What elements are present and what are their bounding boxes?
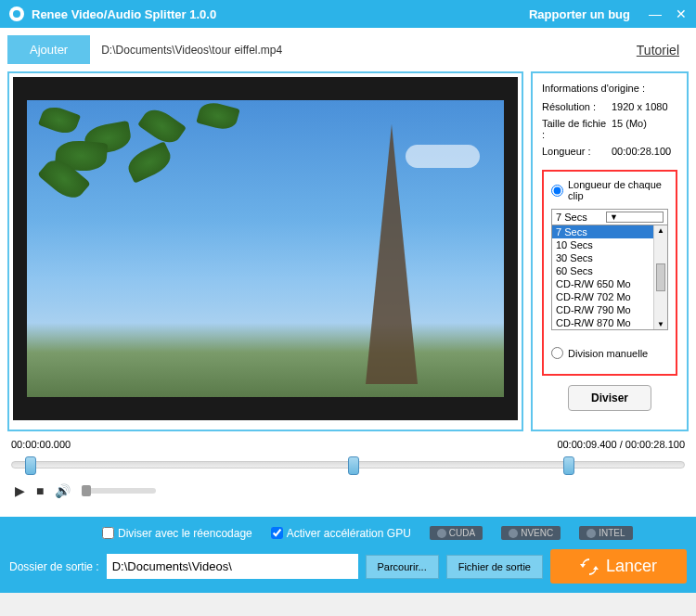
time-start: 00:00:00.000 bbox=[11, 439, 71, 450]
intel-badge: INTEL bbox=[579, 526, 632, 540]
nvenc-badge: NVENC bbox=[501, 526, 561, 540]
stop-button[interactable]: ■ bbox=[36, 483, 44, 498]
scroll-up-icon[interactable]: ▲ bbox=[656, 225, 665, 236]
clip-length-label: Longueur de chaque clip bbox=[568, 179, 668, 201]
dropdown-selected: 7 Secs bbox=[556, 212, 606, 223]
add-button[interactable]: Ajouter bbox=[7, 35, 90, 64]
dropdown-scrollbar[interactable]: ▲ ▼ bbox=[653, 225, 667, 329]
dropdown-option[interactable]: 10 Secs bbox=[552, 238, 667, 251]
reencode-checkbox-label[interactable]: Diviser avec le réencodage bbox=[102, 527, 252, 540]
refresh-icon bbox=[580, 558, 599, 576]
dropdown-option[interactable]: 7 Secs bbox=[552, 225, 667, 238]
dropdown-option[interactable]: CD-R/W 790 Mo bbox=[552, 303, 667, 316]
slider-handle-mid[interactable] bbox=[348, 456, 359, 475]
dropdown-option[interactable]: CD-R/W 870 Mo bbox=[552, 316, 667, 329]
clip-length-radio[interactable] bbox=[551, 185, 563, 197]
volume-thumb[interactable] bbox=[82, 485, 91, 496]
bottom-bar: Diviser avec le réencodage Activer accél… bbox=[0, 517, 696, 593]
launch-button[interactable]: Lancer bbox=[550, 549, 687, 584]
dropdown-list: 7 Secs 10 Secs 30 Secs 60 Secs CD-R/W 65… bbox=[552, 225, 667, 329]
manual-split-radio[interactable] bbox=[551, 347, 563, 359]
video-preview[interactable] bbox=[27, 100, 504, 397]
timeline: 00:00:00.000 00:00:09.400 / 00:00:28.100… bbox=[7, 431, 689, 509]
filesize-value: 15 (Mo) bbox=[612, 118, 677, 140]
output-file-button[interactable]: Fichier de sortie bbox=[446, 555, 543, 579]
length-value: 00:00:28.100 bbox=[612, 146, 677, 157]
filesize-label: Taille de fichie : bbox=[542, 118, 612, 140]
svg-point-0 bbox=[13, 10, 20, 18]
chevron-down-icon[interactable]: ▼ bbox=[606, 212, 664, 223]
timeline-slider[interactable] bbox=[11, 461, 685, 468]
scroll-down-icon[interactable]: ▼ bbox=[656, 319, 665, 329]
resolution-value: 1920 x 1080 bbox=[612, 101, 677, 112]
time-position: 00:00:09.400 / 00:00:28.100 bbox=[557, 439, 685, 450]
play-button[interactable]: ▶ bbox=[15, 483, 25, 498]
output-label: Dossier de sortie : bbox=[9, 560, 99, 573]
slider-handle-start[interactable] bbox=[25, 456, 36, 475]
clip-length-dropdown[interactable]: 7 Secs ▼ 7 Secs 10 Secs 30 Secs 60 Secs … bbox=[551, 209, 668, 330]
resolution-label: Résolution : bbox=[542, 101, 612, 112]
video-frame bbox=[13, 77, 518, 420]
gpu-checkbox-label[interactable]: Activer accélération GPU bbox=[271, 527, 411, 540]
close-button[interactable]: ✕ bbox=[676, 6, 687, 21]
dropdown-option[interactable]: 60 Secs bbox=[552, 264, 667, 277]
video-panel bbox=[7, 71, 523, 431]
dropdown-option[interactable]: CD-R/W 650 Mo bbox=[552, 277, 667, 290]
info-title: Informations d'origine : bbox=[542, 83, 677, 94]
volume-slider[interactable] bbox=[82, 488, 156, 494]
output-path-input[interactable] bbox=[107, 554, 358, 579]
gpu-checkbox[interactable] bbox=[271, 527, 283, 539]
dropdown-option[interactable]: CD-R/W 702 Mo bbox=[552, 290, 667, 303]
divide-button[interactable]: Diviser bbox=[568, 385, 651, 411]
length-label: Longueur : bbox=[542, 146, 612, 157]
minimize-button[interactable]: — bbox=[649, 6, 662, 21]
volume-icon[interactable]: 🔊 bbox=[55, 483, 71, 498]
dropdown-option[interactable]: 30 Secs bbox=[552, 251, 667, 264]
manual-split-label: Division manuelle bbox=[568, 348, 648, 359]
browse-button[interactable]: Parcourir... bbox=[366, 555, 439, 579]
app-icon bbox=[9, 6, 24, 21]
split-options-box: Longueur de chaque clip 7 Secs ▼ 7 Secs … bbox=[542, 170, 677, 376]
report-bug-link[interactable]: Rapporter un bug bbox=[529, 7, 630, 21]
slider-handle-end[interactable] bbox=[563, 456, 574, 475]
info-panel: Informations d'origine : Résolution : 19… bbox=[531, 71, 689, 431]
filepath-display: D:\Documents\Videos\tour eiffel.mp4 bbox=[101, 44, 637, 57]
titlebar: Renee Video/Audio Splitter 1.0.0 Rapport… bbox=[0, 0, 696, 28]
app-title: Renee Video/Audio Splitter 1.0.0 bbox=[32, 7, 529, 21]
tutorial-link[interactable]: Tutoriel bbox=[637, 43, 679, 58]
cuda-badge: CUDA bbox=[430, 526, 483, 540]
reencode-checkbox[interactable] bbox=[102, 527, 114, 539]
scroll-thumb[interactable] bbox=[656, 263, 665, 291]
